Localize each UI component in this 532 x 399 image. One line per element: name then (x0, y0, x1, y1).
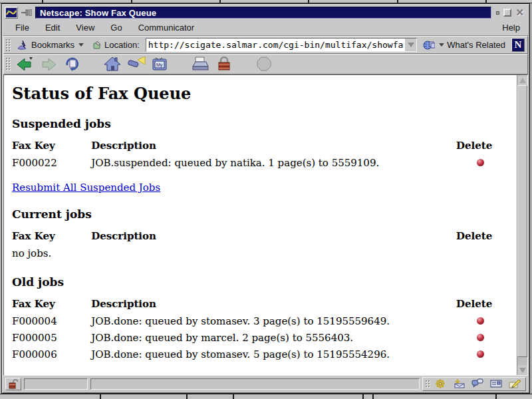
reload-icon (65, 56, 80, 72)
toolbar-grip[interactable] (5, 57, 11, 71)
forward-button[interactable] (39, 55, 59, 73)
description-cell: JOB.suspended: queued by natika. 1 page(… (91, 154, 456, 171)
scroll-up-button[interactable] (517, 75, 527, 85)
column-header-description: Description (91, 295, 456, 313)
stop-icon (256, 56, 272, 72)
url-input[interactable] (146, 39, 405, 51)
page-title: Status of Fax Queue (12, 84, 517, 103)
suspended-jobs-table: Fax Key Description Delete F000022 JOB.s… (12, 137, 504, 171)
menu-edit[interactable]: Edit (37, 21, 68, 35)
close-button[interactable]: ✕ (515, 9, 524, 17)
location-icon (92, 41, 102, 50)
home-button[interactable] (102, 55, 122, 73)
table-row: F000004 JOB.done: queued by stomasev. 3 … (12, 313, 504, 329)
page-content: Status of Fax Queue Suspended jobs Fax K… (4, 75, 517, 375)
fax-key-cell: F000004 (12, 313, 91, 329)
inbox-button[interactable] (450, 378, 467, 390)
netscape-mini-icon (6, 8, 17, 17)
svg-text:My: My (156, 63, 163, 68)
composer-button[interactable] (506, 378, 523, 390)
vertical-scrollbar[interactable] (517, 75, 527, 375)
bookmarks-dropdown-icon (78, 43, 84, 47)
resubmit-all-link[interactable]: Resubmit All Suspended Jobs (12, 182, 160, 194)
bookmarks-icon (17, 40, 29, 51)
netscape-window: Netscape: Show Fax Queue ✕ File Edit Vie… (1, 3, 530, 394)
security-status-button[interactable] (5, 378, 21, 390)
netscape-logo[interactable]: N (511, 38, 525, 52)
window-menu-button[interactable] (5, 7, 18, 19)
search-button[interactable] (126, 55, 146, 73)
description-cell: JOB.done: queued by stomasev. 5 page(s) … (91, 346, 456, 362)
content-frame: Status of Fax Queue Suspended jobs Fax K… (3, 74, 528, 376)
url-dropdown-button[interactable] (405, 39, 416, 51)
whats-related-dropdown-icon (439, 43, 444, 47)
forward-icon (40, 56, 57, 72)
minimize-button[interactable] (496, 11, 499, 15)
back-button[interactable] (15, 55, 35, 73)
print-button[interactable] (190, 55, 210, 73)
whats-related-label: What's Related (447, 40, 505, 50)
padlock-icon (217, 56, 231, 72)
whats-related-globe-icon (423, 40, 435, 51)
delete-button[interactable] (477, 159, 484, 166)
current-jobs-table: Fax Key Description Delete no jobs. (12, 227, 504, 261)
address-book-button[interactable] (487, 378, 505, 390)
table-header-row: Fax Key Description Delete (12, 227, 504, 245)
status-bar (3, 376, 528, 392)
window-title[interactable]: Netscape: Show Fax Queue (35, 7, 491, 19)
pushpin-icon (21, 9, 32, 16)
delete-button[interactable] (477, 334, 484, 341)
column-header-fax-key: Fax Key (12, 227, 91, 245)
suspended-jobs-heading: Suspended jobs (12, 117, 517, 130)
bookmarks-button[interactable]: Bookmarks (14, 39, 86, 52)
menu-communicator[interactable]: Communicator (130, 21, 203, 35)
old-jobs-heading: Old jobs (12, 275, 517, 289)
menu-file[interactable]: File (7, 21, 37, 35)
inbox-icon (453, 378, 465, 389)
arrow-down-icon (519, 368, 526, 373)
delete-button[interactable] (477, 350, 484, 358)
search-flashlight-icon (127, 56, 146, 72)
scroll-down-button[interactable] (517, 365, 527, 375)
menu-help[interactable]: Help (498, 21, 524, 35)
no-jobs-cell: no jobs. (12, 245, 504, 261)
column-header-description: Description (91, 137, 456, 154)
my-netscape-button[interactable]: My (150, 55, 170, 73)
menu-view[interactable]: View (68, 21, 102, 35)
status-message-area (90, 378, 420, 390)
window-pin-button[interactable] (20, 7, 33, 19)
chevron-down-icon (408, 43, 414, 47)
navigator-button[interactable] (432, 378, 449, 390)
bookmarks-label: Bookmarks (31, 40, 74, 50)
component-bar-grip[interactable] (425, 380, 430, 388)
component-bar (422, 377, 526, 391)
delete-button[interactable] (477, 317, 484, 325)
column-header-fax-key: Fax Key (12, 137, 91, 154)
progress-indicator (24, 378, 88, 390)
title-bar[interactable]: Netscape: Show Fax Queue ✕ (3, 5, 528, 20)
location-bar-grip[interactable] (5, 39, 11, 51)
description-cell: JOB.done: queued by marcel. 2 page(s) to… (91, 329, 456, 346)
whats-related-button[interactable]: What's Related (420, 39, 508, 52)
column-header-delete: Delete (456, 227, 504, 245)
table-row: F000005 JOB.done: queued by marcel. 2 pa… (12, 329, 504, 346)
fax-key-cell: F000006 (12, 346, 91, 362)
menu-bar: File Edit View Go Communicator Help (3, 20, 528, 36)
column-header-description: Description (91, 227, 456, 245)
discussions-button[interactable] (469, 378, 486, 390)
table-header-row: Fax Key Description Delete (12, 137, 504, 154)
navigation-toolbar: My (3, 54, 528, 74)
window-controls: ✕ (493, 9, 527, 17)
speech-bubbles-icon (471, 378, 483, 389)
security-button[interactable] (214, 55, 234, 73)
stop-button[interactable] (254, 55, 274, 73)
reload-button[interactable] (63, 55, 82, 73)
menu-go[interactable]: Go (102, 21, 130, 35)
location-label-group: Location: (90, 39, 142, 51)
maximize-button[interactable] (503, 9, 511, 17)
table-row: F000006 JOB.done: queued by stomasev. 5 … (12, 346, 504, 362)
padlock-open-icon (8, 379, 19, 389)
screen: Netscape: Show Fax Queue ✕ File Edit Vie… (0, 0, 532, 399)
background-window-bottom-edge (0, 394, 532, 399)
scrollbar-thumb[interactable] (517, 85, 527, 357)
